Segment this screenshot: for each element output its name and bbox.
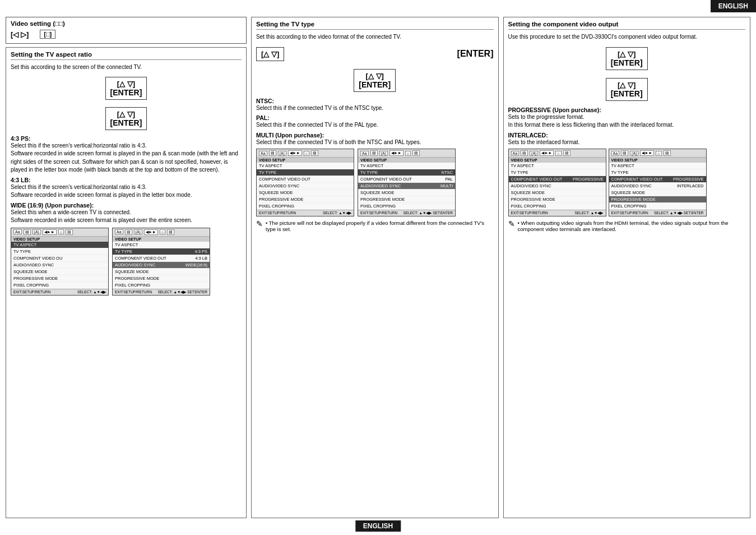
col3-osd-area: Aa▤(A)◀►►⌂▤ VIDEO SETUP TV ASPECT TV TYP… — [508, 149, 746, 216]
term-multi: MULTI (Upon purchase): Select this if th… — [256, 132, 494, 147]
enter-label-1: [ENTER] — [110, 88, 142, 97]
tv-aspect-intro: Set this according to the screen of the … — [11, 63, 242, 72]
col1-osd1: Aa▤(A)◀►►⌂▤ VIDEO SETUP TV ASPECT TV TYP… — [11, 228, 109, 296]
col1-osd2: Aa▤(A)◀►►⌂▤ VIDEO SETUP TV ASPECT TV TYP… — [112, 228, 210, 296]
term-43lb: 4:3 LB: Select this if the screen's vert… — [11, 177, 242, 200]
col3-note: ✎ • When outputting video signals from t… — [508, 220, 746, 232]
pencil-icon: ✎ — [256, 220, 263, 228]
component-video-intro: Use this procedure to set the DVD-3930CI… — [508, 33, 746, 41]
term-progressive: PROGRESSIVE (Upon purchase): Sets to the… — [508, 107, 746, 130]
english-badge-bottom: ENGLISH — [355, 520, 401, 532]
main-layout: Video setting (□□) [◁ ▷] [□] Setting the… — [6, 17, 750, 518]
tv-type-section: Setting the TV type Set this according t… — [251, 17, 499, 518]
component-video-title: Setting the component video output — [508, 21, 746, 30]
col2-enter-1: [ENTER] — [457, 49, 494, 59]
col1: Video setting (□□) [◁ ▷] [□] Setting the… — [6, 17, 247, 518]
nav-icon: [□] — [40, 30, 55, 39]
pencil-icon-col3: ✎ — [508, 220, 515, 228]
tv-type-title: Setting the TV type — [256, 21, 494, 30]
tv-type-intro: Set this according to the video format o… — [256, 33, 494, 41]
nav-ud-symbol-2: [△ ▽] — [110, 110, 142, 118]
col3-osd2: Aa▤(A)◀►►⌂▤ VIDEO SETUP TV ASPECT TV TYP… — [609, 149, 707, 216]
col3: Setting the component video output Use t… — [503, 17, 751, 518]
nav-lr-symbol: [◁ ▷] — [11, 30, 29, 39]
term-wide: WIDE (16:9) (Upon purchase): Select this… — [11, 202, 242, 225]
nav-ud-symbol-1: [△ ▽] — [110, 80, 142, 88]
col3-note-text: • When outputting video signals from the… — [518, 220, 746, 232]
english-badge-top: ENGLISH — [711, 0, 756, 12]
col2-nav-box-2: [△ ▽] [ENTER] — [354, 69, 396, 92]
component-video-section: Setting the component video output Use t… — [503, 17, 751, 518]
term-pal: PAL: Select this if the connected TV is … — [256, 114, 494, 130]
col3-osd1: Aa▤(A)◀►►⌂▤ VIDEO SETUP TV ASPECT TV TYP… — [508, 149, 606, 216]
term-43ps: 4:3 PS: Select this if the screen's vert… — [11, 135, 242, 174]
col2-osd-area: Aa▤(A)◀►►⌂▤ VIDEO SETUP TV ASPECT TV TYP… — [256, 149, 494, 216]
col2-nav-box-1: [△ ▽] — [256, 47, 284, 61]
nav-box-2: [△ ▽] [ENTER] — [105, 107, 147, 130]
enter-label-2: [ENTER] — [110, 118, 142, 127]
col2-note: ✎ • The picture will not be displayed pr… — [256, 220, 494, 232]
video-setting-title: Video setting (□□) — [11, 20, 242, 27]
col2-osd1: Aa▤(A)◀►►⌂▤ VIDEO SETUP TV ASPECT TV TYP… — [256, 149, 354, 216]
col3-nav-box-1: [△ ▽] [ENTER] — [606, 47, 648, 70]
tv-aspect-title: Setting the TV aspect ratio — [11, 51, 242, 60]
video-setting-section: Video setting (□□) [◁ ▷] [□] — [6, 17, 247, 44]
tv-aspect-section: Setting the TV aspect ratio Set this acc… — [6, 47, 247, 518]
term-ntsc: NTSC: Select this if the connected TV is… — [256, 98, 494, 113]
col2-osd2: Aa▤(A)◀►►⌂▤ VIDEO SETUP TV ASPECT TV TYP… — [358, 149, 456, 216]
nav-box-1: [△ ▽] [ENTER] — [105, 77, 147, 100]
col1-osd-area: Aa▤(A)◀►►⌂▤ VIDEO SETUP TV ASPECT TV TYP… — [11, 228, 242, 296]
col3-nav-box-2: [△ ▽] [ENTER] — [606, 78, 648, 101]
col2-note-text: • The picture will not be displayed prop… — [266, 220, 494, 232]
col2: Setting the TV type Set this according t… — [251, 17, 499, 518]
term-interlaced: INTERLACED: Sets to the interlaced forma… — [508, 132, 746, 147]
